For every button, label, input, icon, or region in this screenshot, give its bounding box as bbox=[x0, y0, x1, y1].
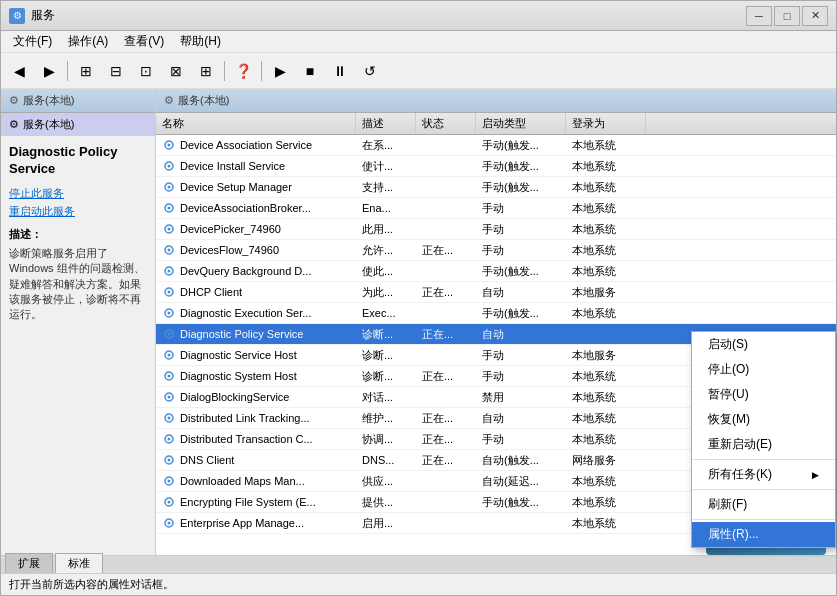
pause-btn[interactable]: ⏸ bbox=[326, 58, 354, 84]
service-starttype-cell: 手动 bbox=[476, 240, 566, 260]
col-name[interactable]: 名称 bbox=[156, 113, 356, 134]
view-btn-3[interactable]: ⊡ bbox=[132, 58, 160, 84]
context-menu-item[interactable]: 刷新(F) bbox=[692, 492, 835, 517]
service-name-cell: Diagnostic Service Host bbox=[156, 345, 356, 365]
svg-point-23 bbox=[168, 375, 171, 378]
toolbar: ◀ ▶ ⊞ ⊟ ⊡ ⊠ ⊞ ❓ ▶ ■ ⏸ ↺ bbox=[1, 53, 836, 89]
close-button[interactable]: ✕ bbox=[802, 6, 828, 26]
context-menu-item[interactable]: 恢复(M) bbox=[692, 407, 835, 432]
maximize-button[interactable]: □ bbox=[774, 6, 800, 26]
svg-point-33 bbox=[168, 480, 171, 483]
selected-service-title: Diagnostic Policy Service bbox=[9, 144, 147, 178]
back-button[interactable]: ◀ bbox=[5, 58, 33, 84]
service-name-cell: Device Association Service bbox=[156, 135, 356, 155]
service-starttype-cell bbox=[476, 513, 566, 533]
service-starttype-cell: 自动(触发... bbox=[476, 450, 566, 470]
service-login-cell bbox=[566, 324, 646, 344]
context-menu-item[interactable]: 所有任务(K)▶ bbox=[692, 462, 835, 487]
service-desc-cell: DNS... bbox=[356, 450, 416, 470]
service-desc-cell: 使计... bbox=[356, 156, 416, 176]
service-row-icon bbox=[162, 369, 176, 383]
restart-service-link[interactable]: 重启动此服务 bbox=[9, 204, 147, 219]
service-starttype-cell: 手动(触发... bbox=[476, 492, 566, 512]
service-login-cell: 本地系统 bbox=[566, 177, 646, 197]
service-name-text: Diagnostic Service Host bbox=[180, 349, 297, 361]
view-btn-2[interactable]: ⊟ bbox=[102, 58, 130, 84]
view-btn-4[interactable]: ⊠ bbox=[162, 58, 190, 84]
service-name-cell: DevQuery Background D... bbox=[156, 261, 356, 281]
view-btn-5[interactable]: ⊞ bbox=[192, 58, 220, 84]
service-row-icon bbox=[162, 243, 176, 257]
col-status[interactable]: 状态 bbox=[416, 113, 476, 134]
service-desc-cell: 启用... bbox=[356, 513, 416, 533]
view-btn-1[interactable]: ⊞ bbox=[72, 58, 100, 84]
table-row[interactable]: Diagnostic Execution Ser...Exec...手动(触发.… bbox=[156, 303, 836, 324]
tab-extended[interactable]: 扩展 bbox=[5, 553, 53, 573]
svg-point-17 bbox=[168, 312, 171, 315]
table-row[interactable]: Device Setup Manager支持...手动(触发...本地系统 bbox=[156, 177, 836, 198]
col-starttype[interactable]: 启动类型 bbox=[476, 113, 566, 134]
service-name-text: Diagnostic Execution Ser... bbox=[180, 307, 311, 319]
service-row-icon bbox=[162, 348, 176, 362]
context-menu-item-label: 所有任务(K) bbox=[708, 466, 772, 483]
context-menu-item-label: 停止(O) bbox=[708, 361, 749, 378]
col-desc[interactable]: 描述 bbox=[356, 113, 416, 134]
context-menu-item[interactable]: 启动(S) bbox=[692, 332, 835, 357]
tree-item-local[interactable]: ⚙ 服务(本地) bbox=[1, 113, 155, 136]
context-menu-item[interactable]: 暂停(U) bbox=[692, 382, 835, 407]
service-starttype-cell: 自动 bbox=[476, 408, 566, 428]
service-name-cell: Distributed Transaction C... bbox=[156, 429, 356, 449]
service-starttype-cell: 手动(触发... bbox=[476, 177, 566, 197]
table-row[interactable]: Device Association Service在系...手动(触发...本… bbox=[156, 135, 836, 156]
service-starttype-cell: 自动 bbox=[476, 282, 566, 302]
table-row[interactable]: Device Install Service使计...手动(触发...本地系统 bbox=[156, 156, 836, 177]
table-row[interactable]: DeviceAssociationBroker...Ena...手动本地系统 bbox=[156, 198, 836, 219]
svg-point-5 bbox=[168, 186, 171, 189]
menu-action[interactable]: 操作(A) bbox=[60, 31, 116, 52]
table-row[interactable]: DevQuery Background D...使此...手动(触发...本地系… bbox=[156, 261, 836, 282]
service-name-cell: Device Install Service bbox=[156, 156, 356, 176]
window-controls: ─ □ ✕ bbox=[746, 6, 828, 26]
stop-service-link[interactable]: 停止此服务 bbox=[9, 186, 147, 201]
svg-point-1 bbox=[168, 144, 171, 147]
menu-help[interactable]: 帮助(H) bbox=[172, 31, 229, 52]
svg-point-9 bbox=[168, 228, 171, 231]
context-menu-item[interactable]: 停止(O) bbox=[692, 357, 835, 382]
menu-view[interactable]: 查看(V) bbox=[116, 31, 172, 52]
context-menu-item-label: 刷新(F) bbox=[708, 496, 747, 513]
service-status-cell bbox=[416, 135, 476, 155]
service-desc-cell: 在系... bbox=[356, 135, 416, 155]
right-panel-header: ⚙ 服务(本地) bbox=[156, 89, 836, 113]
forward-button[interactable]: ▶ bbox=[35, 58, 63, 84]
service-name-text: DialogBlockingService bbox=[180, 391, 289, 403]
service-name-text: Device Setup Manager bbox=[180, 181, 292, 193]
toolbar-sep-3 bbox=[261, 61, 262, 81]
service-login-cell: 本地系统 bbox=[566, 219, 646, 239]
help-btn[interactable]: ❓ bbox=[229, 58, 257, 84]
toolbar-sep-2 bbox=[224, 61, 225, 81]
app-icon: ⚙ bbox=[9, 8, 25, 24]
table-row[interactable]: DHCP Client为此...正在...自动本地服务 bbox=[156, 282, 836, 303]
stop-btn[interactable]: ■ bbox=[296, 58, 324, 84]
tab-standard[interactable]: 标准 bbox=[55, 553, 103, 573]
svg-point-21 bbox=[168, 354, 171, 357]
service-row-icon bbox=[162, 516, 176, 530]
service-status-cell bbox=[416, 198, 476, 218]
table-row[interactable]: DevicePicker_74960此用...手动本地系统 bbox=[156, 219, 836, 240]
table-row[interactable]: DevicesFlow_74960允许...正在...手动本地系统 bbox=[156, 240, 836, 261]
minimize-button[interactable]: ─ bbox=[746, 6, 772, 26]
left-header-text: 服务(本地) bbox=[23, 93, 74, 108]
service-row-icon bbox=[162, 180, 176, 194]
restart-btn[interactable]: ↺ bbox=[356, 58, 384, 84]
service-desc-cell: 协调... bbox=[356, 429, 416, 449]
context-menu-item[interactable]: 属性(R)... bbox=[692, 522, 835, 547]
service-starttype-cell: 手动 bbox=[476, 198, 566, 218]
service-name-cell: Device Setup Manager bbox=[156, 177, 356, 197]
play-btn[interactable]: ▶ bbox=[266, 58, 294, 84]
context-menu-item[interactable]: 重新启动(E) bbox=[692, 432, 835, 457]
col-login[interactable]: 登录为 bbox=[566, 113, 646, 134]
service-name-cell: Enterprise App Manage... bbox=[156, 513, 356, 533]
context-menu-item-label: 恢复(M) bbox=[708, 411, 750, 428]
menu-file[interactable]: 文件(F) bbox=[5, 31, 60, 52]
service-desc-cell: 维护... bbox=[356, 408, 416, 428]
